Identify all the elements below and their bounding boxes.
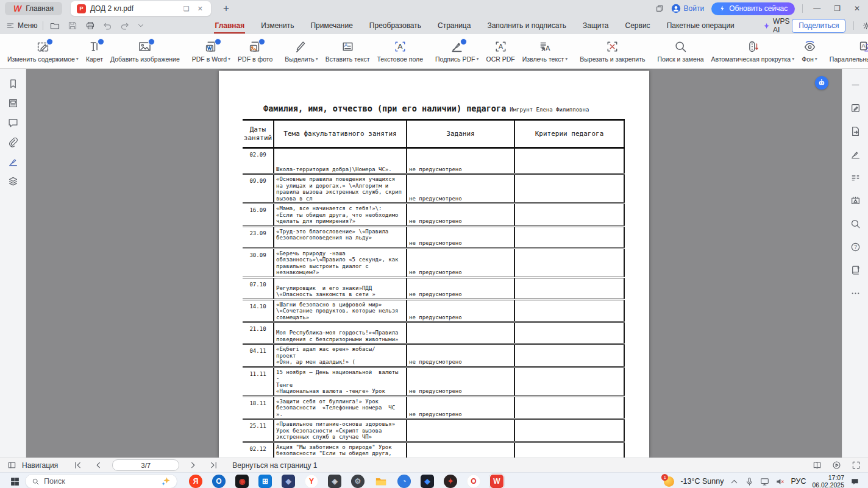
taskbar-app-gear-dark[interactable]: ⚙ xyxy=(350,474,365,488)
taskbar-app-red-dark[interactable]: ✦ xyxy=(443,474,458,488)
toolbar-textfield-button[interactable]: AТекстовое поле xyxy=(374,39,427,64)
toolbar-signpdf-button[interactable]: Подпись PDF▾ xyxy=(432,39,483,64)
toolbar-highlight-button[interactable]: Выделить▾ xyxy=(281,39,321,64)
tool-collapse-icon[interactable] xyxy=(850,80,861,90)
tool-editpage-icon[interactable] xyxy=(850,103,861,113)
toolbar-pdfphoto-button[interactable]: PDF в фото xyxy=(234,39,276,64)
close-button[interactable]: ✕ xyxy=(851,4,863,13)
toolbar-extract-button[interactable]: AИзвлечь текст▾ xyxy=(519,39,572,64)
language-indicator[interactable]: РУС xyxy=(791,477,806,486)
tab-restore-icon[interactable]: ❏ xyxy=(182,5,191,13)
volume-muted-icon[interactable] xyxy=(775,477,784,486)
panel-comment-icon[interactable] xyxy=(8,118,18,128)
navigation-label[interactable]: Навигация xyxy=(22,461,58,470)
tool-exportdoc-icon[interactable] xyxy=(850,126,861,136)
print-icon[interactable] xyxy=(84,21,96,30)
toolbar-inserttext-button[interactable]: AВставить текст xyxy=(322,39,374,64)
tool-textcols-icon[interactable] xyxy=(850,172,861,183)
window-mode-icon[interactable] xyxy=(655,4,664,13)
toolbar-searchrep-button[interactable]: Поиск и замена xyxy=(653,39,707,64)
minimize-button[interactable]: — xyxy=(810,4,824,13)
back-to-page-link[interactable]: Вернуться на страницу 1 xyxy=(232,461,317,470)
page-indicator[interactable]: 3/7 xyxy=(112,459,179,471)
taskbar-app-outlook[interactable]: O xyxy=(212,474,226,488)
toolbar-autoscroll-button[interactable]: Автоматическая прокрутка▾ xyxy=(708,39,799,64)
menu-tab-примечание[interactable]: Примечание xyxy=(310,19,353,32)
navigation-panel-icon[interactable] xyxy=(7,461,16,470)
menu-tab-защита[interactable]: Защита xyxy=(582,19,610,32)
weather-label[interactable]: -13°C Sunny xyxy=(680,477,724,486)
toolbar-croppin-button[interactable]: Вырезать и закрепить xyxy=(576,39,649,64)
share-button[interactable]: Поделиться xyxy=(792,19,845,33)
notification-center-icon[interactable] xyxy=(850,477,863,486)
copilot-icon[interactable] xyxy=(161,476,171,486)
open-file-icon[interactable] xyxy=(49,21,61,30)
taskbar-app-shield-blue[interactable]: ◆ xyxy=(420,474,435,488)
weather-icon[interactable]: 1 xyxy=(664,476,674,487)
clock[interactable]: 17:07 06.02.2025 xyxy=(812,474,844,488)
toolbar-ocr-button[interactable]: AOCR PDF xyxy=(483,39,519,64)
fullscreen-icon[interactable] xyxy=(852,461,861,470)
restore-button[interactable]: ❐ xyxy=(831,4,844,13)
menu-tab-сервис[interactable]: Сервис xyxy=(625,19,651,32)
toolbar-translate-button[interactable]: AПараллельный перевод xyxy=(826,39,868,64)
menu-tab-пакетные-операции[interactable]: Пакетные операции xyxy=(666,19,735,32)
taskbar-search[interactable]: Поиск xyxy=(25,474,177,488)
redo-icon[interactable] xyxy=(119,21,130,30)
start-button[interactable] xyxy=(5,476,25,487)
tray-expand-icon[interactable] xyxy=(730,477,739,486)
tool-more-icon[interactable] xyxy=(850,288,861,299)
update-now-button[interactable]: Обновить сейчас xyxy=(711,2,795,15)
first-page-icon[interactable] xyxy=(73,461,82,470)
read-mode-icon[interactable] xyxy=(813,461,822,470)
tool-searchrep-icon[interactable] xyxy=(850,219,861,229)
tool-signature-icon[interactable] xyxy=(850,149,861,160)
taskbar-app-yandex[interactable]: Я xyxy=(188,474,203,488)
taskbar-app-microsoft-store[interactable]: ⊞ xyxy=(258,474,272,488)
taskbar-app-sphere-blue[interactable]: ◔ xyxy=(397,474,411,488)
tool-frame-icon[interactable] xyxy=(850,196,861,206)
taskbar-app-opera[interactable]: O xyxy=(466,474,481,488)
new-tab-button[interactable]: + xyxy=(219,2,233,15)
menu-tab-заполнить-и-подписать[interactable]: Заполнить и подписать xyxy=(486,19,567,32)
autoplay-icon[interactable] xyxy=(832,461,841,470)
taskbar-app-emblem-dark[interactable]: ◈ xyxy=(327,474,342,488)
panel-bookmark-icon[interactable] xyxy=(8,79,18,89)
panel-thumbnails-icon[interactable] xyxy=(8,98,18,108)
menu-tab-преобразовать[interactable]: Преобразовать xyxy=(369,19,422,32)
taskbar-app-file-explorer[interactable] xyxy=(374,474,388,488)
taskbar-app-screen-recorder[interactable]: ◉ xyxy=(235,474,249,488)
menu-tab-изменить[interactable]: Изменить xyxy=(260,19,294,32)
last-page-icon[interactable] xyxy=(209,461,218,470)
chevron-down-icon[interactable] xyxy=(136,22,146,29)
toolbar-caret-button[interactable]: Карет xyxy=(82,39,107,64)
wps-ai-button[interactable]: WPS AI xyxy=(763,17,792,34)
home-tab[interactable]: W Главная xyxy=(5,2,62,15)
microphone-icon[interactable] xyxy=(745,477,754,486)
login-button[interactable]: Войти xyxy=(671,4,705,13)
document-tab[interactable]: P ДОД 2 кл.pdf ❏ ✕ xyxy=(71,1,211,16)
panel-layers-icon[interactable] xyxy=(8,176,18,186)
toolbar-pdfword-button[interactable]: PDF в Word▾ xyxy=(188,39,234,64)
panel-stamp-icon[interactable] xyxy=(8,157,18,167)
taskbar-app-shield-navy[interactable]: ◆ xyxy=(281,474,296,488)
panel-attachment-icon[interactable] xyxy=(8,137,18,147)
taskbar-app-yandex-browser[interactable]: Y xyxy=(304,474,319,488)
tool-bookadd-icon[interactable] xyxy=(850,265,861,275)
toolbar-bgeye-button[interactable]: Фон▾ xyxy=(798,39,821,64)
previous-page-icon[interactable] xyxy=(94,461,103,470)
tool-help-icon[interactable]: ? xyxy=(850,242,861,252)
toolbar-image-button[interactable]: Добавить изображение xyxy=(107,39,183,64)
toolbar-editc-button[interactable]: Изменить содержимое▾ xyxy=(4,39,82,64)
tab-close-icon[interactable]: ✕ xyxy=(196,5,205,13)
network-display-icon[interactable] xyxy=(760,477,769,486)
next-page-icon[interactable] xyxy=(188,461,197,470)
settings-gear-icon[interactable] xyxy=(862,21,868,30)
taskbar-app-wps-office[interactable]: W xyxy=(489,474,504,488)
ai-assistant-button[interactable] xyxy=(815,76,828,90)
main-menu-button[interactable]: Меню xyxy=(6,21,37,30)
menu-tab-главная[interactable]: Главная xyxy=(214,19,245,32)
save-icon[interactable] xyxy=(66,21,79,30)
menu-tab-страница[interactable]: Страница xyxy=(437,19,471,32)
undo-icon[interactable] xyxy=(102,21,113,30)
